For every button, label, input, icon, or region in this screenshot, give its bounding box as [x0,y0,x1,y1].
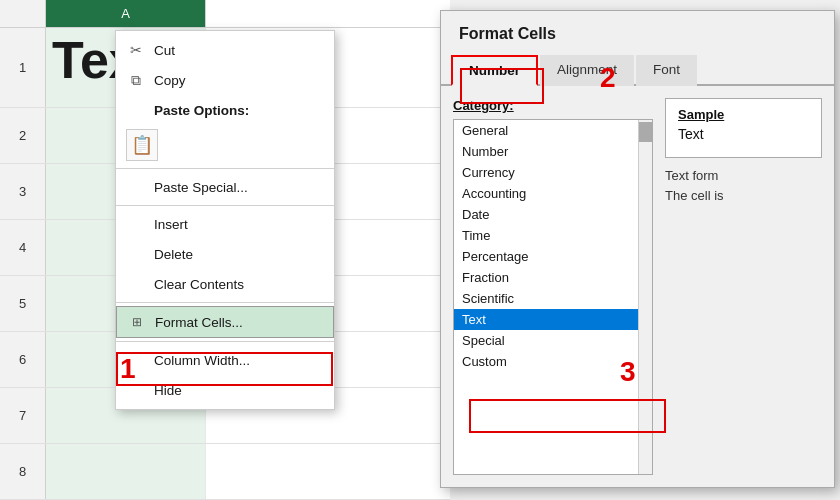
sample-box: Sample Text [665,98,822,158]
tab-number[interactable]: Number [451,55,538,86]
dialog-tabs: Number Alignment Font [441,53,834,86]
paste-special-menu-item[interactable]: Paste Special... [116,172,334,202]
sample-label: Sample [678,107,809,122]
category-section: Category: General Number Currency Accoun… [453,98,653,475]
delete-menu-item[interactable]: Delete [116,239,334,269]
insert-menu-item[interactable]: Insert [116,209,334,239]
description-line1: Text form [665,168,718,183]
cat-currency[interactable]: Currency [454,162,652,183]
row-num-8: 8 [0,444,46,499]
format-cells-label: Format Cells... [155,315,317,330]
cat-fraction[interactable]: Fraction [454,267,652,288]
format-cells-dialog: Format Cells Number Alignment Font Categ… [440,10,835,488]
paste-icon [126,100,146,120]
dialog-title: Format Cells [441,11,834,53]
cat-time[interactable]: Time [454,225,652,246]
separator-3 [116,302,334,303]
cat-date[interactable]: Date [454,204,652,225]
row-num-7: 7 [0,388,46,443]
sample-value: Text [678,126,809,142]
column-width-label: Column Width... [154,353,318,368]
clear-contents-menu-item[interactable]: Clear Contents [116,269,334,299]
row-num-3: 3 [0,164,46,219]
delete-label: Delete [154,247,318,262]
row-num-6: 6 [0,332,46,387]
row-num-4: 4 [0,220,46,275]
scrollbar-thumb [639,122,653,142]
column-width-menu-item[interactable]: Column Width... [116,345,334,375]
cat-special[interactable]: Special [454,330,652,351]
col-a-header[interactable]: A [46,0,206,27]
corner-cell [0,0,46,27]
paste-special-label: Paste Special... [154,180,318,195]
category-scrollbar[interactable] [638,120,652,474]
context-menu: ✂ Cut ⧉ Copy Paste Options: 📋 Paste Spec… [115,30,335,410]
description-text: Text form The cell is [665,166,822,205]
copy-menu-item[interactable]: ⧉ Copy [116,65,334,95]
paste-special-icon [126,177,146,197]
annotation-1: 1 [120,355,136,383]
cut-icon: ✂ [126,40,146,60]
cat-accounting[interactable]: Accounting [454,183,652,204]
separator-4 [116,341,334,342]
cut-label: Cut [154,43,318,58]
table-row: 8 [0,444,450,500]
hide-label: Hide [154,383,318,398]
cat-percentage[interactable]: Percentage [454,246,652,267]
separator-2 [116,205,334,206]
format-cells-menu-item[interactable]: ⊞ Format Cells... [116,306,334,338]
sample-section: Sample Text Text form The cell is [665,98,822,475]
cat-text[interactable]: Text [454,309,652,330]
separator-1 [116,168,334,169]
copy-icon: ⧉ [126,70,146,90]
annotation-2: 2 [600,64,616,92]
col-header-row: A [0,0,450,28]
insert-label: Insert [154,217,318,232]
insert-icon [126,214,146,234]
cat-scientific[interactable]: Scientific [454,288,652,309]
format-cells-icon: ⊞ [127,312,147,332]
cat-general[interactable]: General [454,120,652,141]
description-line2: The cell is [665,188,724,203]
category-label: Category: [453,98,653,113]
annotation-3: 3 [620,358,636,386]
copy-label: Copy [154,73,318,88]
row-num-1: 1 [0,28,46,107]
category-list[interactable]: General Number Currency Accounting Date … [453,119,653,475]
row-num-2: 2 [0,108,46,163]
cell-a8[interactable] [46,444,206,499]
clear-icon [126,274,146,294]
cut-menu-item[interactable]: ✂ Cut [116,35,334,65]
hide-menu-item[interactable]: Hide [116,375,334,405]
tab-alignment[interactable]: Alignment [540,55,634,86]
paste-btn-1[interactable]: 📋 [126,129,158,161]
dialog-body: Category: General Number Currency Accoun… [441,86,834,487]
cat-number[interactable]: Number [454,141,652,162]
row-num-5: 5 [0,276,46,331]
paste-options-label-item: Paste Options: [116,95,334,125]
delete-icon [126,244,146,264]
paste-options-label: Paste Options: [154,103,318,118]
clear-contents-label: Clear Contents [154,277,318,292]
paste-options-row: 📋 [116,125,334,165]
tab-font[interactable]: Font [636,55,697,86]
